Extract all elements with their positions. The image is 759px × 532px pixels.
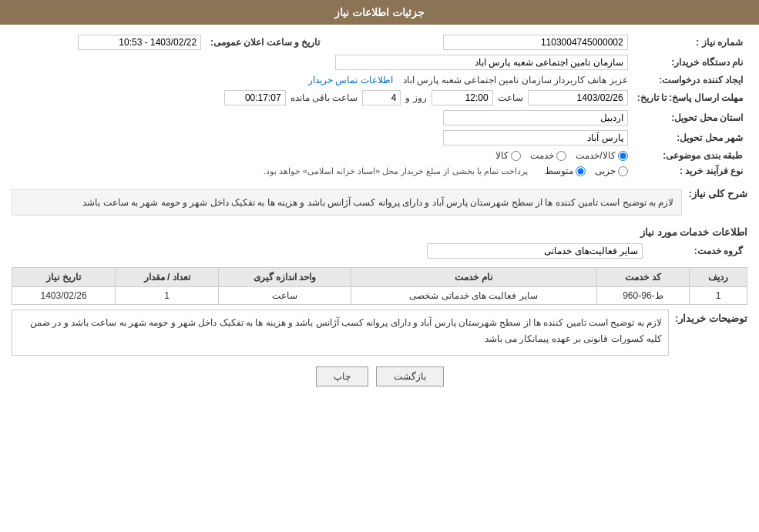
deadline-day-label: روز و bbox=[405, 92, 426, 103]
buyer-notes-text: لازم به توضیح است تامین کننده ها از سطح … bbox=[12, 309, 669, 356]
cell-row: 1 bbox=[690, 287, 747, 305]
category-label: طبقه بندی موضوعی: bbox=[633, 148, 747, 163]
province-input[interactable] bbox=[443, 110, 628, 125]
cell-unit: ساعت bbox=[219, 287, 351, 305]
process-note: پرداخت تمام یا بخشی از مبلغ خریدار محل «… bbox=[264, 166, 528, 176]
col-row: ردیف bbox=[690, 268, 747, 287]
service-group-value bbox=[12, 241, 647, 261]
category-kala-khedmat[interactable]: کالا/خدمت bbox=[576, 150, 627, 161]
process-motavasset[interactable]: متوسط bbox=[545, 166, 586, 176]
contact-link[interactable]: اطلاعات تماس خریدار bbox=[308, 75, 393, 85]
table-row: 1ط-96-960سایر فعالیت های خدماتی شخصیساعت… bbox=[12, 287, 747, 305]
col-unit: واحد اندازه گیری bbox=[219, 268, 351, 287]
province-label: استان محل تحویل: bbox=[633, 108, 747, 128]
page-title: جزئیات اطلاعات نیاز bbox=[334, 6, 425, 18]
buyer-notes-label: توضیحات خریدار: bbox=[675, 313, 747, 324]
province-value bbox=[12, 108, 633, 128]
announce-label: تاریخ و ساعت اعلان عمومی: bbox=[206, 32, 324, 52]
deadline-remaining-input[interactable] bbox=[224, 90, 286, 105]
city-value bbox=[12, 128, 633, 148]
need-number-label: شماره نیاز : bbox=[633, 32, 747, 52]
service-group-table: گروه خدمت: bbox=[12, 241, 747, 261]
cell-quantity: 1 bbox=[116, 287, 219, 305]
announce-value bbox=[12, 32, 206, 52]
deadline-row: ساعت روز و ساعت باقی مانده bbox=[12, 88, 633, 108]
col-qty: تعداد / مقدار bbox=[116, 268, 219, 287]
deadline-label: مهلت ارسال پاسخ: تا تاریخ: bbox=[633, 88, 747, 108]
services-table: ردیف کد خدمت نام خدمت واحد اندازه گیری ت… bbox=[12, 267, 747, 305]
service-group-input[interactable] bbox=[427, 243, 643, 259]
process-jozi[interactable]: جزیی bbox=[595, 166, 628, 176]
deadline-days-input[interactable] bbox=[362, 90, 401, 105]
deadline-date-input[interactable] bbox=[528, 90, 628, 105]
col-name: نام خدمت bbox=[351, 268, 596, 287]
cell-name: سایر فعالیت های خدماتی شخصی bbox=[351, 287, 596, 305]
buyer-org-input[interactable] bbox=[335, 55, 628, 70]
city-label: شهر محل تحویل: bbox=[633, 128, 747, 148]
services-section-label: اطلاعات خدمات مورد نیاز bbox=[12, 226, 747, 238]
creator-text: عزیز هانف کاربرداز سازمان تامین اجتماعی … bbox=[403, 75, 628, 85]
buyer-org-value bbox=[12, 52, 633, 72]
need-number-value bbox=[348, 32, 632, 52]
col-code: کد خدمت bbox=[596, 268, 690, 287]
need-number-input[interactable] bbox=[443, 35, 628, 50]
bottom-buttons: بازگشت چاپ bbox=[12, 366, 747, 386]
page-header: جزئیات اطلاعات نیاز bbox=[0, 0, 759, 25]
cell-date: 1403/02/26 bbox=[12, 287, 116, 305]
process-label: نوع فرآیند خرید : bbox=[633, 163, 747, 179]
deadline-time-input[interactable] bbox=[432, 90, 493, 105]
col-date: تاریخ نیاز bbox=[12, 268, 116, 287]
buyer-org-label: نام دستگاه خریدار: bbox=[633, 52, 747, 72]
deadline-time-label: ساعت bbox=[498, 92, 523, 103]
creator-value: عزیز هانف کاربرداز سازمان تامین اجتماعی … bbox=[12, 72, 633, 88]
cell-code: ط-96-960 bbox=[596, 287, 690, 305]
service-group-label: گروه خدمت: bbox=[647, 241, 747, 261]
category-khedmat[interactable]: خدمت bbox=[530, 150, 566, 161]
announce-input[interactable] bbox=[78, 35, 201, 50]
info-table: شماره نیاز : تاریخ و ساعت اعلان عمومی: ن… bbox=[12, 32, 747, 179]
creator-label: ایجاد کننده درخواست: bbox=[633, 72, 747, 88]
summary-label: شرح کلی نیاز: bbox=[688, 188, 747, 199]
city-input[interactable] bbox=[443, 130, 628, 146]
process-options: جزیی متوسط پرداخت تمام یا بخشی از مبلغ خ… bbox=[12, 163, 633, 179]
print-button[interactable]: چاپ bbox=[316, 366, 368, 386]
category-options: کالا/خدمت خدمت کالا bbox=[12, 148, 633, 163]
summary-text: لازم به توضیح است تامین کننده ها از سطح … bbox=[12, 189, 682, 216]
back-button[interactable]: بازگشت bbox=[376, 366, 444, 386]
deadline-remaining-label: ساعت باقی مانده bbox=[291, 92, 358, 103]
category-kala[interactable]: کالا bbox=[495, 150, 521, 161]
